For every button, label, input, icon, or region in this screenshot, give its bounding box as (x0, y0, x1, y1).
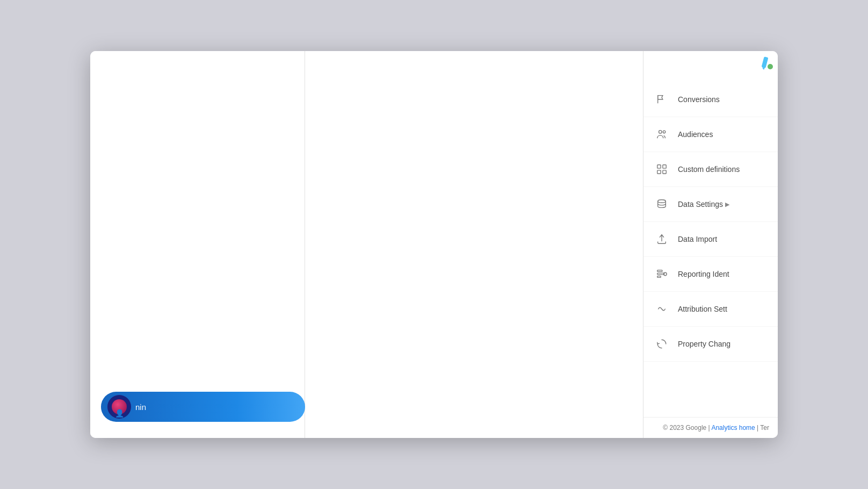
conversions-label: Conversions (678, 95, 720, 104)
data-import-label: Data Import (678, 235, 717, 243)
sidebar-item-property-change[interactable]: Property Chang (643, 327, 778, 362)
svg-point-5 (663, 131, 666, 133)
custom-defs-label: Custom definitions (678, 165, 740, 174)
admin-bar[interactable]: 👤 nin (101, 392, 305, 422)
sidebar-item-data-import[interactable]: Data Import (643, 222, 778, 257)
audiences-label: Audiences (678, 130, 713, 139)
sidebar-item-reporting-ident[interactable]: Reporting Ident (643, 257, 778, 292)
sidebar-item-attribution[interactable]: Attribution Sett (643, 292, 778, 327)
attribution-label: Attribution Sett (678, 305, 727, 313)
svg-point-10 (658, 200, 666, 203)
terms-link: Ter (760, 424, 769, 432)
copyright-text: © 2023 Google (663, 424, 706, 432)
svg-point-4 (659, 131, 662, 134)
property-icon (654, 336, 669, 351)
svg-rect-0 (762, 56, 769, 68)
sidebar-item-custom-definitions[interactable]: Custom definitions (643, 152, 778, 187)
custom-defs-icon (654, 162, 669, 177)
left-panel: 👤 nin (90, 51, 305, 438)
pencil-icon-container[interactable] (756, 55, 773, 74)
center-panel (305, 51, 643, 438)
pencil-icon (756, 55, 773, 72)
svg-rect-12 (657, 273, 664, 275)
data-import-icon (654, 232, 669, 247)
browser-window: 👤 nin (90, 51, 778, 438)
svg-rect-14 (657, 276, 661, 278)
svg-rect-7 (663, 165, 666, 168)
user-icon: 👤 (115, 409, 124, 418)
data-settings-label: Data Settings (678, 200, 723, 208)
sidebar-menu: Conversions Audiences (643, 78, 778, 417)
analytics-home-link[interactable]: Analytics home (711, 424, 755, 432)
data-settings-icon (654, 197, 669, 212)
data-settings-arrow: ▶ (725, 201, 729, 208)
svg-rect-9 (663, 170, 666, 174)
sidebar-item-conversions[interactable]: Conversions (643, 82, 778, 117)
reporting-icon (654, 267, 669, 282)
sidebar-item-data-settings[interactable]: Data Settings ▶ (643, 187, 778, 222)
audiences-icon (654, 127, 669, 142)
svg-rect-11 (657, 270, 662, 272)
svg-point-2 (768, 64, 773, 69)
flag-icon (654, 92, 669, 107)
sidebar-item-audiences[interactable]: Audiences (643, 117, 778, 152)
svg-rect-6 (657, 165, 661, 168)
reporting-ident-label: Reporting Ident (678, 270, 729, 278)
admin-label: nin (135, 402, 146, 412)
avatar: 👤 (107, 395, 131, 419)
attribution-icon (654, 301, 669, 317)
footer: © 2023 Google | Analytics home | Ter (643, 417, 778, 438)
right-sidebar: Conversions Audiences (643, 51, 778, 438)
property-change-label: Property Chang (678, 340, 730, 348)
svg-rect-8 (657, 170, 661, 174)
